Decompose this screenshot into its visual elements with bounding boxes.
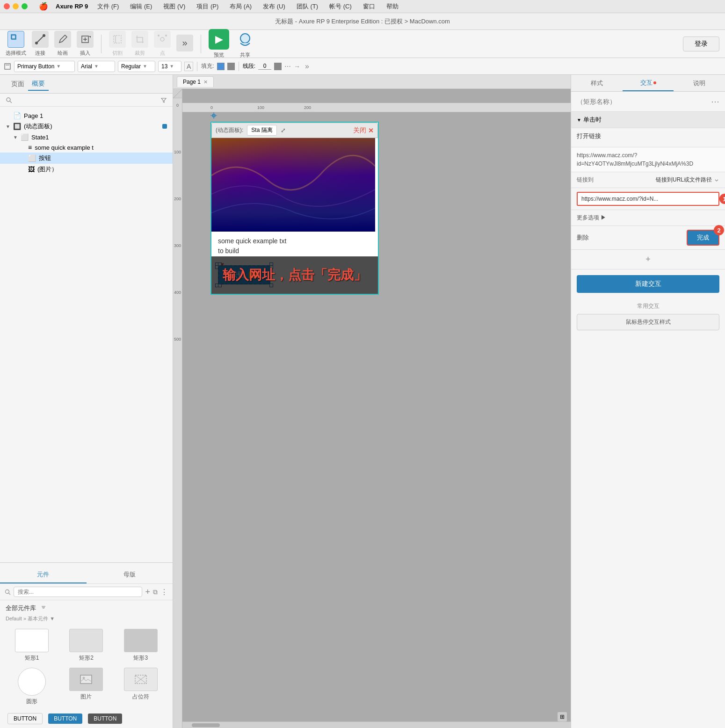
menu-view[interactable]: 视图 (V) (161, 1, 187, 12)
more-component-icon[interactable]: ⋮ (160, 588, 168, 597)
dyn-panel-expand-icon[interactable]: ⤢ (281, 127, 286, 134)
menu-team[interactable]: 团队 (T) (295, 1, 320, 12)
menu-project[interactable]: 项目 (P) (195, 1, 220, 12)
draw-icon[interactable] (54, 31, 71, 48)
url-input-row[interactable]: 1 (571, 188, 725, 210)
size-select[interactable]: 13 ▼ (158, 61, 181, 72)
tab-components[interactable]: 元件 (0, 567, 87, 583)
interaction-trigger[interactable]: ▼ 单击时 (571, 112, 725, 128)
tab-masters[interactable]: 母版 (87, 567, 173, 583)
add-interaction-row[interactable]: + (571, 250, 725, 269)
delete-button[interactable]: 删除 (577, 233, 589, 242)
size-value: 13 (161, 63, 167, 70)
minimize-button[interactable] (13, 3, 19, 9)
more-format-icon[interactable]: » (305, 62, 309, 71)
connect-group[interactable]: 连接 (32, 31, 49, 57)
hover-interaction-button[interactable]: 鼠标悬停交互样式 (577, 314, 719, 330)
tab-style[interactable]: 样式 (571, 75, 623, 91)
font-select[interactable]: Arial ▼ (78, 61, 115, 72)
library-sort-icon[interactable] (41, 604, 46, 610)
dyn-panel-close-btn[interactable]: 关闭 ✕ (353, 126, 374, 135)
share-icon[interactable] (235, 29, 255, 50)
line-color-swatch[interactable] (274, 63, 282, 70)
search-input[interactable] (16, 96, 157, 103)
menu-account[interactable]: 帐号 (C) (327, 1, 354, 12)
menu-file[interactable]: 文件 (F) (95, 1, 121, 12)
more-options[interactable]: 更多选项 ▶ (571, 210, 725, 226)
tree-item-image[interactable]: 🖼 (图片） (0, 164, 173, 175)
dyn-panel-x-icon[interactable]: ✕ (368, 127, 374, 134)
text-size-icon[interactable]: A (184, 62, 193, 71)
add-component-icon[interactable]: + (145, 587, 150, 597)
point-group[interactable]: 点 (154, 31, 171, 57)
comp-item-image[interactable]: 图片 (62, 668, 110, 706)
line-arrow-icon[interactable]: → (294, 63, 300, 70)
maximize-button[interactable] (22, 3, 28, 9)
add-action-icon[interactable]: + (645, 255, 651, 264)
comp-search-input[interactable] (14, 587, 142, 597)
comp-item-rect2[interactable]: 矩形2 (62, 629, 110, 662)
menu-help[interactable]: 帮助 (384, 1, 400, 12)
preview-group[interactable]: ▶ 预览 (209, 29, 229, 58)
tree-item-text[interactable]: ≡ some quick example t (0, 142, 173, 153)
fill-color-secondary[interactable] (227, 63, 235, 70)
new-interaction-button[interactable]: 新建交互 (577, 275, 719, 293)
close-button[interactable] (4, 3, 10, 9)
line-style-icon[interactable]: ⋯ (284, 63, 291, 70)
tab-interaction[interactable]: 交互 (623, 75, 674, 91)
link-to-select-wrapper[interactable]: 链接到URL或文件路径 (656, 176, 719, 184)
insert-icon[interactable] (77, 31, 94, 48)
comp-item-rect1[interactable]: 矩形1 (7, 629, 56, 662)
more-tools-group[interactable]: » (176, 35, 193, 53)
weight-select[interactable]: Regular ▼ (118, 61, 155, 72)
point-icon[interactable] (154, 31, 171, 48)
style-name-select[interactable]: Primary Button ▼ (14, 61, 75, 72)
connect-icon[interactable] (32, 31, 49, 48)
canvas-tab-close-icon[interactable]: ✕ (203, 79, 208, 85)
crop-group[interactable]: 裁剪 (131, 31, 148, 57)
canvas-zoom-icon[interactable]: ⊞ (558, 712, 567, 721)
select-mode-icon[interactable] (7, 31, 24, 48)
menu-layout[interactable]: 布局 (A) (228, 1, 254, 12)
name-more-icon[interactable]: ⋯ (711, 96, 719, 107)
comp-item-btn-blue[interactable]: BUTTON (48, 713, 82, 724)
canvas-bottom-right: ⊞ (558, 712, 567, 721)
cut-group[interactable]: 切割 (109, 31, 126, 57)
cut-icon[interactable] (109, 31, 126, 48)
line-value-input[interactable]: 0 (258, 63, 271, 70)
tab-pages[interactable]: 页面 (7, 78, 28, 90)
tree-item-button[interactable]: ⬜ 按钮 (0, 153, 173, 164)
more-tools-icon[interactable]: » (176, 35, 193, 51)
component-search[interactable]: + ⧉ ⋮ (0, 584, 173, 600)
fill-color-swatch[interactable] (217, 63, 225, 70)
comp-item-placeholder[interactable]: 占位符 (116, 668, 165, 706)
copy-component-icon[interactable]: ⧉ (153, 588, 158, 596)
menu-window[interactable]: 窗口 (361, 1, 377, 12)
outline-search[interactable] (0, 94, 173, 107)
canvas-tab-page1[interactable]: Page 1 ✕ (177, 76, 214, 87)
draw-group[interactable]: 绘画 (54, 31, 71, 57)
share-group[interactable]: 共享 (235, 29, 255, 58)
menu-publish[interactable]: 发布 (U) (261, 1, 287, 12)
preview-icon[interactable]: ▶ (209, 29, 229, 50)
comp-item-btn-dark[interactable]: BUTTON (88, 713, 122, 724)
filter-icon[interactable] (160, 97, 167, 103)
tab-notes[interactable]: 说明 (674, 75, 725, 91)
canvas-scrollthumb[interactable] (192, 723, 220, 727)
tree-item-dynpanel[interactable]: ▼ 🔲 (动态面板) (0, 121, 173, 132)
tree-item-page1[interactable]: 📄 Page 1 (0, 110, 173, 121)
comp-item-btn-default[interactable]: BUTTON (7, 713, 43, 724)
url-input-field[interactable] (577, 192, 719, 206)
select-mode-group[interactable]: 选择模式 (6, 31, 26, 57)
dyn-panel-state-select[interactable]: Sta 隔离 (247, 125, 276, 136)
tree-item-state1[interactable]: ▼ ⬜ State1 (0, 132, 173, 142)
canvas-scrollbar[interactable] (182, 721, 571, 728)
login-button[interactable]: 登录 (683, 36, 719, 51)
menu-edit[interactable]: 编辑 (E) (128, 1, 154, 12)
insert-group[interactable]: 插入 (77, 31, 94, 57)
comp-item-circle[interactable]: 圆形 (7, 668, 56, 706)
tab-outline[interactable]: 概要 (28, 78, 49, 91)
crop-icon[interactable] (131, 31, 148, 48)
element-name-input[interactable] (577, 98, 711, 105)
comp-item-rect3[interactable]: 矩形3 (116, 629, 165, 662)
